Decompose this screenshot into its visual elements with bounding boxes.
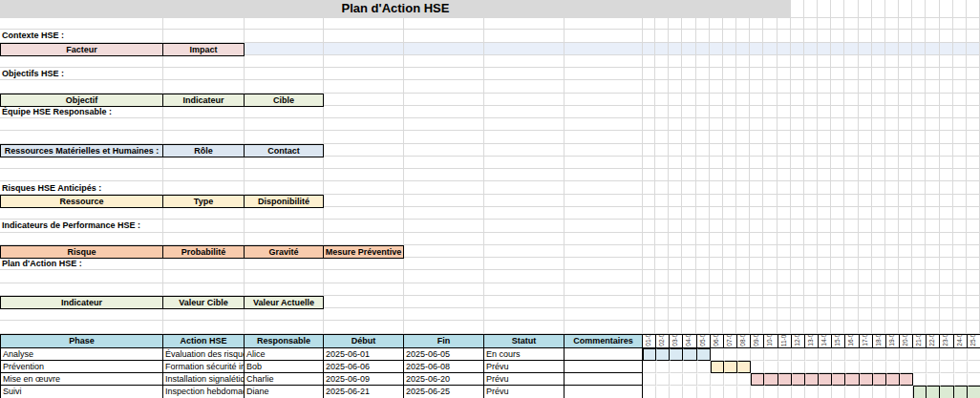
gantt-cell[interactable]: [832, 386, 845, 398]
gantt-cell[interactable]: [913, 361, 927, 373]
gantt-cell[interactable]: [927, 386, 940, 398]
gantt-cell[interactable]: [737, 348, 751, 361]
gantt-cell[interactable]: [764, 361, 778, 373]
gantt-cell[interactable]: [968, 361, 980, 373]
gantt-cell[interactable]: [927, 361, 940, 373]
gantt-cell[interactable]: [792, 373, 805, 386]
gantt-cell[interactable]: [900, 386, 913, 398]
gantt-cell[interactable]: [805, 386, 819, 398]
gantt-cell[interactable]: [764, 386, 778, 398]
gantt-cell[interactable]: [900, 373, 913, 386]
gantt-cell[interactable]: [656, 348, 670, 361]
gantt-cell[interactable]: [670, 348, 683, 361]
gantt-cell[interactable]: [697, 361, 711, 373]
cell-phase[interactable]: Prévention: [1, 361, 163, 373]
gantt-cell[interactable]: [927, 373, 940, 386]
gantt-cell[interactable]: [764, 373, 778, 386]
gantt-cell[interactable]: [900, 348, 913, 361]
cell-statut[interactable]: En cours: [484, 348, 565, 361]
gantt-cell[interactable]: [751, 386, 764, 398]
gantt-cell[interactable]: [873, 373, 886, 386]
gantt-cell[interactable]: [954, 348, 968, 361]
gantt-cell[interactable]: [670, 373, 683, 386]
gantt-cell[interactable]: [751, 361, 764, 373]
gantt-cell[interactable]: [711, 361, 724, 373]
gantt-cell[interactable]: [792, 386, 805, 398]
cell-statut[interactable]: Prévu: [484, 361, 565, 373]
gantt-cell[interactable]: [656, 361, 670, 373]
gantt-cell[interactable]: [643, 348, 656, 361]
gantt-cell[interactable]: [845, 386, 859, 398]
gantt-cell[interactable]: [724, 386, 737, 398]
gantt-cell[interactable]: [886, 386, 900, 398]
gantt-cell[interactable]: [913, 386, 927, 398]
gantt-cell[interactable]: [697, 348, 711, 361]
gantt-cell[interactable]: [913, 373, 927, 386]
cell-action-hse[interactable]: Inspection hebdomadaire: [163, 386, 245, 398]
gantt-cell[interactable]: [778, 348, 792, 361]
cell-commentaires[interactable]: [565, 348, 643, 361]
gantt-cell[interactable]: [968, 373, 980, 386]
gantt-cell[interactable]: [697, 386, 711, 398]
gantt-cell[interactable]: [656, 373, 670, 386]
cell-commentaires[interactable]: [565, 386, 643, 398]
cell-phase[interactable]: Suivi: [1, 386, 163, 398]
gantt-cell[interactable]: [724, 361, 737, 373]
gantt-cell[interactable]: [968, 386, 980, 398]
gantt-cell[interactable]: [913, 348, 927, 361]
gantt-cell[interactable]: [805, 373, 819, 386]
cell-action-hse[interactable]: Installation signalétique: [163, 373, 245, 386]
gantt-cell[interactable]: [819, 386, 832, 398]
cell-fin[interactable]: 2025-06-20: [404, 373, 484, 386]
gantt-cell[interactable]: [900, 361, 913, 373]
cell-commentaires[interactable]: [565, 361, 643, 373]
gantt-cell[interactable]: [940, 373, 953, 386]
gantt-cell[interactable]: [751, 373, 764, 386]
gantt-cell[interactable]: [764, 348, 778, 361]
cell-responsable[interactable]: Alice: [245, 348, 324, 361]
gantt-cell[interactable]: [670, 361, 683, 373]
gantt-cell[interactable]: [832, 348, 845, 361]
cell-debut[interactable]: 2025-06-09: [324, 373, 404, 386]
gantt-cell[interactable]: [792, 348, 805, 361]
gantt-cell[interactable]: [683, 386, 696, 398]
gantt-cell[interactable]: [860, 386, 873, 398]
gantt-cell[interactable]: [778, 386, 792, 398]
gantt-cell[interactable]: [683, 361, 696, 373]
gantt-cell[interactable]: [778, 361, 792, 373]
cell-commentaires[interactable]: [565, 373, 643, 386]
cell-debut[interactable]: 2025-06-06: [324, 361, 404, 373]
cell-phase[interactable]: Analyse: [1, 348, 163, 361]
gantt-cell[interactable]: [940, 386, 953, 398]
gantt-cell[interactable]: [737, 361, 751, 373]
gantt-cell[interactable]: [805, 361, 819, 373]
gantt-cell[interactable]: [724, 373, 737, 386]
gantt-cell[interactable]: [954, 361, 968, 373]
gantt-cell[interactable]: [805, 348, 819, 361]
gantt-cell[interactable]: [819, 348, 832, 361]
gantt-cell[interactable]: [860, 348, 873, 361]
gantt-cell[interactable]: [711, 348, 724, 361]
gantt-cell[interactable]: [751, 348, 764, 361]
gantt-cell[interactable]: [683, 373, 696, 386]
gantt-cell[interactable]: [873, 348, 886, 361]
cell-fin[interactable]: 2025-06-25: [404, 386, 484, 398]
gantt-cell[interactable]: [737, 386, 751, 398]
gantt-cell[interactable]: [860, 373, 873, 386]
gantt-cell[interactable]: [860, 361, 873, 373]
gantt-cell[interactable]: [845, 361, 859, 373]
gantt-cell[interactable]: [711, 386, 724, 398]
gantt-cell[interactable]: [656, 386, 670, 398]
cell-responsable[interactable]: Bob: [245, 361, 324, 373]
gantt-cell[interactable]: [643, 373, 656, 386]
gantt-cell[interactable]: [724, 348, 737, 361]
gantt-cell[interactable]: [643, 361, 656, 373]
gantt-cell[interactable]: [737, 373, 751, 386]
gantt-cell[interactable]: [697, 373, 711, 386]
gantt-cell[interactable]: [832, 373, 845, 386]
cell-debut[interactable]: 2025-06-21: [324, 386, 404, 398]
gantt-cell[interactable]: [845, 348, 859, 361]
cell-fin[interactable]: 2025-06-05: [404, 348, 484, 361]
gantt-cell[interactable]: [845, 373, 859, 386]
cell-debut[interactable]: 2025-06-01: [324, 348, 404, 361]
